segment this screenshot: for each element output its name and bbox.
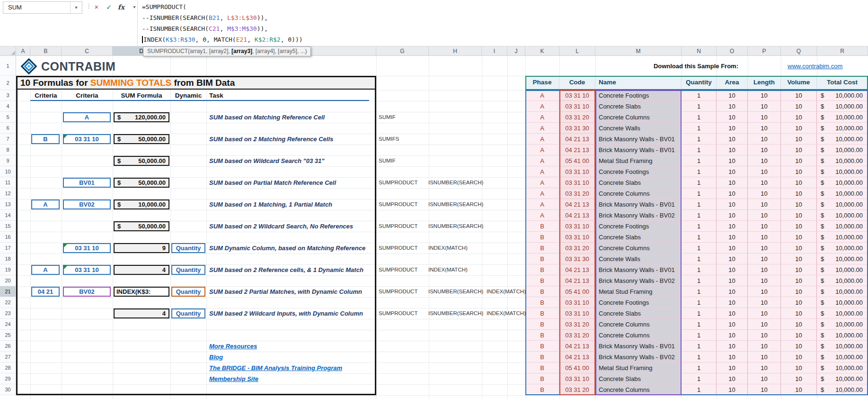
table-cell-N3[interactable]: 1	[682, 90, 717, 101]
table-cell-L14[interactable]: 04 21 13	[559, 210, 595, 221]
table-cell-Q20[interactable]: 10	[781, 275, 817, 286]
table-cell-M22[interactable]: Concrete Footings	[595, 297, 682, 308]
table-cell-K6[interactable]: A	[525, 123, 559, 134]
column-header-A[interactable]: A	[16, 46, 30, 56]
table-cell-K29[interactable]: B	[525, 373, 559, 384]
table-cell-K12[interactable]: A	[525, 188, 559, 199]
column-header-B[interactable]: B	[30, 46, 62, 56]
table-cell-L29[interactable]: 03 31 10	[559, 373, 595, 384]
formula-bar-expand-icon[interactable]: ▾	[129, 2, 140, 12]
table-cell-O24[interactable]: 10	[717, 319, 748, 330]
table-cell-Q9[interactable]: 10	[781, 155, 817, 166]
table-cell-K21[interactable]: B	[525, 286, 559, 297]
table-cell-M27[interactable]: Brick Masonry Walls - BV02	[595, 352, 682, 363]
dynamic-cell-E23[interactable]: Quantity	[171, 308, 205, 318]
table-cell-L27[interactable]: 04 21 13	[559, 352, 595, 363]
table-cell-L19[interactable]: 04 21 13	[559, 264, 595, 275]
formula-result-cell-D13[interactable]: $10,000.00	[114, 200, 169, 209]
table-cell-Q7[interactable]: 10	[781, 134, 817, 145]
table-cell-R5[interactable]: $10,000.00	[817, 112, 868, 123]
row-header-24[interactable]: 24	[0, 319, 16, 330]
table-cell-M14[interactable]: Brick Masonry Walls - BV02	[595, 210, 682, 221]
table-cell-O27[interactable]: 10	[717, 352, 748, 363]
table-cell-O19[interactable]: 10	[717, 264, 748, 275]
table-cell-Q4[interactable]: 10	[781, 101, 817, 112]
table-cell-L30[interactable]: 03 31 20	[559, 384, 595, 395]
criteria-cell-B21[interactable]: 04 21	[31, 287, 60, 297]
table-cell-P23[interactable]: 10	[748, 308, 781, 319]
table-cell-R28[interactable]: $10,000.00	[817, 363, 868, 373]
row-header-22[interactable]: 22	[0, 297, 16, 308]
table-cell-R10[interactable]: $10,000.00	[817, 166, 868, 177]
table-cell-P17[interactable]: 10	[748, 243, 781, 254]
table-cell-M19[interactable]: Brick Masonry Walls - BV01	[595, 264, 682, 275]
criteria-cell-B13[interactable]: A	[31, 200, 60, 209]
table-cell-M4[interactable]: Concrete Slabs	[595, 101, 682, 112]
table-cell-P25[interactable]: 10	[748, 330, 781, 341]
table-cell-N25[interactable]: 1	[682, 330, 717, 341]
table-cell-Q10[interactable]: 10	[781, 166, 817, 177]
table-cell-M30[interactable]: Concrete Columns	[595, 384, 682, 395]
table-cell-N11[interactable]: 1	[682, 177, 717, 188]
formula-result-cell-D19[interactable]: 4	[114, 265, 169, 275]
table-cell-O13[interactable]: 10	[717, 199, 748, 210]
table-cell-P13[interactable]: 10	[748, 199, 781, 210]
formula-result-cell-D9[interactable]: $50,000.00	[114, 156, 169, 166]
resource-link[interactable]: Membership Site	[209, 374, 375, 383]
row-header-19[interactable]: 19	[0, 264, 16, 275]
table-cell-L3[interactable]: 03 31 10	[559, 90, 595, 101]
table-cell-R14[interactable]: $10,000.00	[817, 210, 868, 221]
table-cell-R23[interactable]: $10,000.00	[817, 308, 868, 319]
row-header-6[interactable]: 6	[0, 123, 16, 134]
table-cell-N13[interactable]: 1	[682, 199, 717, 210]
row-header-1[interactable]: 1	[0, 56, 16, 76]
table-cell-O16[interactable]: 10	[717, 232, 748, 243]
table-cell-K3[interactable]: A	[525, 90, 559, 101]
row-header-27[interactable]: 27	[0, 352, 16, 363]
table-cell-K17[interactable]: B	[525, 243, 559, 254]
table-cell-P6[interactable]: 10	[748, 123, 781, 134]
table-cell-L23[interactable]: 03 31 10	[559, 308, 595, 319]
column-header-L[interactable]: L	[559, 46, 595, 56]
table-cell-L12[interactable]: 03 31 20	[559, 188, 595, 199]
formula-result-cell-D11[interactable]: $50,000.00	[114, 178, 169, 188]
table-cell-N19[interactable]: 1	[682, 264, 717, 275]
table-cell-N5[interactable]: 1	[682, 112, 717, 123]
table-cell-P20[interactable]: 10	[748, 275, 781, 286]
table-cell-P29[interactable]: 10	[748, 373, 781, 384]
table-cell-N12[interactable]: 1	[682, 188, 717, 199]
table-cell-N27[interactable]: 1	[682, 352, 717, 363]
criteria-cell-C11[interactable]: BV01	[63, 178, 111, 188]
table-header-quantity[interactable]: Quantity	[682, 76, 717, 90]
table-cell-O7[interactable]: 10	[717, 134, 748, 145]
table-cell-K28[interactable]: B	[525, 363, 559, 373]
table-cell-Q17[interactable]: 10	[781, 243, 817, 254]
table-header-phase[interactable]: Phase	[525, 76, 559, 90]
table-cell-K22[interactable]: B	[525, 297, 559, 308]
table-cell-L26[interactable]: 04 21 13	[559, 341, 595, 352]
row-header-17[interactable]: 17	[0, 243, 16, 254]
row-header-4[interactable]: 4	[0, 101, 16, 112]
row-header-21[interactable]: 21	[0, 286, 16, 297]
table-cell-R24[interactable]: $10,000.00	[817, 319, 868, 330]
table-cell-P18[interactable]: 10	[748, 254, 781, 264]
table-cell-P5[interactable]: 10	[748, 112, 781, 123]
table-cell-O11[interactable]: 10	[717, 177, 748, 188]
table-cell-N15[interactable]: 1	[682, 221, 717, 232]
row-header-23[interactable]: 23	[0, 308, 16, 319]
table-cell-L16[interactable]: 03 31 10	[559, 232, 595, 243]
table-cell-Q14[interactable]: 10	[781, 210, 817, 221]
criteria-cell-C7[interactable]: 03 31 10	[63, 134, 111, 144]
table-cell-O14[interactable]: 10	[717, 210, 748, 221]
table-cell-R21[interactable]: $10,000.00	[817, 286, 868, 297]
table-cell-O29[interactable]: 10	[717, 373, 748, 384]
column-header-P[interactable]: P	[748, 46, 781, 56]
table-cell-K27[interactable]: B	[525, 352, 559, 363]
criteria-cell-C19[interactable]: 03 31 10	[63, 265, 111, 275]
table-cell-K15[interactable]: B	[525, 221, 559, 232]
table-cell-K19[interactable]: B	[525, 264, 559, 275]
table-cell-N26[interactable]: 1	[682, 341, 717, 352]
formula-result-cell-D5[interactable]: $120,000.00	[114, 112, 169, 122]
table-cell-O22[interactable]: 10	[717, 297, 748, 308]
table-cell-P4[interactable]: 10	[748, 101, 781, 112]
